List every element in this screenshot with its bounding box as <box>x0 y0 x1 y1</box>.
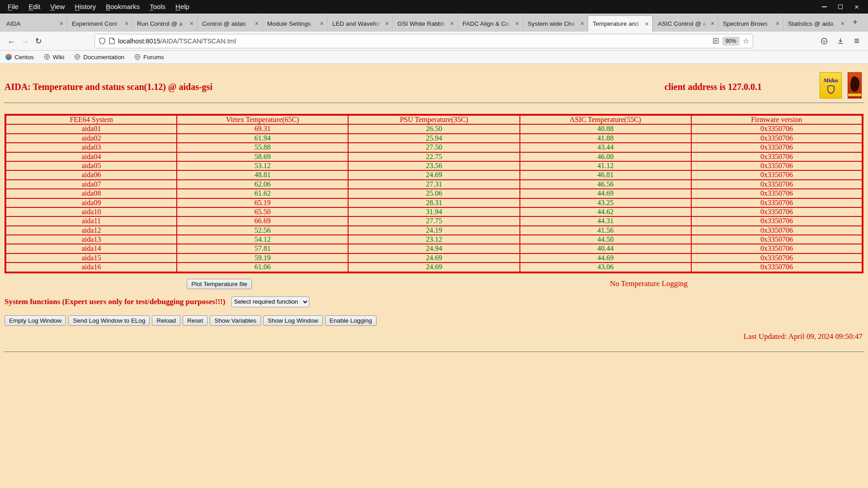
page-info-icon[interactable] <box>109 38 115 44</box>
cell-system: aida13 <box>5 235 177 244</box>
menu-items: FileEditViewHistoryBookmarksToolsHelp <box>3 0 194 14</box>
tab[interactable]: System wide Che× <box>523 15 588 32</box>
tab[interactable]: AIDA× <box>2 15 67 32</box>
reload-button[interactable]: ↻ <box>32 34 45 48</box>
column-header: Virtex Temperature(65C) <box>177 115 348 124</box>
reader-view-icon[interactable] <box>712 38 719 44</box>
tab[interactable]: Module Settings× <box>262 15 327 32</box>
cell-firmware: 0x3350706 <box>691 161 863 170</box>
cell-asic-temp: 41.88 <box>520 134 691 143</box>
bookmark-wiki[interactable]: Wiki <box>44 54 65 61</box>
tab[interactable]: Run Control @ a× <box>132 15 197 32</box>
menu-view[interactable]: View <box>45 0 70 14</box>
table-row: aida0648.8124.6946.810x3350706 <box>5 170 863 179</box>
cell-asic-temp: 44.69 <box>520 189 691 198</box>
page-header: AIDA: Temperature and status scan(1.12) … <box>5 64 863 92</box>
tab-close-icon[interactable]: × <box>841 20 844 27</box>
function-select[interactable]: Select required function <box>231 296 309 307</box>
tab[interactable]: FADC Align & Co× <box>458 15 523 32</box>
forward-button[interactable]: → <box>18 34 32 48</box>
cell-firmware: 0x3350706 <box>691 226 863 235</box>
downloads-icon[interactable] <box>834 34 847 48</box>
button-reload[interactable]: Reload <box>152 315 180 326</box>
cell-virtex-temp: 58.69 <box>177 152 348 161</box>
table-body: aida0169.3126.5040.880x3350706aida0261.9… <box>5 124 863 272</box>
tab-close-icon[interactable]: × <box>190 20 193 27</box>
menu-bookmarks[interactable]: Bookmarks <box>101 0 145 14</box>
menu-file[interactable]: File <box>3 0 24 14</box>
tab-close-icon[interactable]: × <box>776 20 779 27</box>
pocket-icon[interactable] <box>817 34 831 48</box>
menu-help[interactable]: Help <box>170 0 194 14</box>
plot-temperature-button[interactable]: Plot Temperature file <box>187 279 252 289</box>
close-button[interactable]: × <box>851 1 863 13</box>
column-header: PSU Temperature(35C) <box>348 115 519 124</box>
button-empty-log-window[interactable]: Empty Log Window <box>5 315 66 326</box>
button-show-variables[interactable]: Show Variables <box>210 315 261 326</box>
cell-psu-temp: 24.69 <box>348 263 519 272</box>
tab[interactable]: GSI White Rabbit× <box>392 15 458 32</box>
cell-virtex-temp: 48.81 <box>177 170 348 179</box>
tab-close-icon[interactable]: × <box>450 20 454 27</box>
tab-close-icon[interactable]: × <box>711 20 714 27</box>
tab[interactable]: LED and Wavefor× <box>327 15 392 32</box>
cell-firmware: 0x3350706 <box>691 198 863 207</box>
table-row: aida0965.1928.3143.250x3350706 <box>5 198 863 207</box>
tab-close-icon[interactable]: × <box>255 20 259 27</box>
maximize-button[interactable] <box>835 1 846 13</box>
midas-shield-icon <box>827 85 835 94</box>
table-row: aida0458.6922.7546.000x3350706 <box>5 152 863 161</box>
tab[interactable]: Statistics @ aida× <box>783 15 848 32</box>
cell-asic-temp: 46.00 <box>520 152 691 161</box>
tab[interactable]: Control @ aidas× <box>197 15 262 32</box>
tab[interactable]: Temperature and× <box>588 15 653 32</box>
bookmark-forums[interactable]: Forums <box>134 54 164 61</box>
tab[interactable]: Spectrum Brows× <box>718 15 783 32</box>
bookmarks-bar: CentosWikiDocumentationForums <box>0 51 868 64</box>
minimize-button[interactable] <box>818 1 830 13</box>
tab-close-icon[interactable]: × <box>385 20 389 27</box>
cell-asic-temp: 43.44 <box>520 143 691 152</box>
menu-edit[interactable]: Edit <box>24 0 45 14</box>
system-functions-label: System functions (Expert users only for … <box>5 297 225 306</box>
tab-label: ASIC Control @ a <box>658 20 709 27</box>
page-title: AIDA: Temperature and status scan(1.12) … <box>5 82 212 92</box>
bookmark-documentation[interactable]: Documentation <box>74 54 124 61</box>
bookmark-label: Documentation <box>83 54 124 61</box>
tab-close-icon[interactable]: × <box>515 20 519 27</box>
shield-icon[interactable] <box>99 38 106 45</box>
column-header: ASIC Temperature(55C) <box>520 115 691 124</box>
url-path: /AIDA/TSCAN/TSCAN.tml <box>160 38 236 45</box>
button-reset[interactable]: Reset <box>183 315 208 326</box>
new-tab-button[interactable]: + <box>848 17 862 28</box>
logos: Midas <box>820 72 862 99</box>
globe-icon <box>74 54 80 60</box>
tab[interactable]: Experiment Cont× <box>67 15 132 32</box>
button-send-log-window-to-elog[interactable]: Send Log Window to ELog <box>68 315 150 326</box>
bookmark-star-icon[interactable]: ☆ <box>743 37 749 45</box>
tab-close-icon[interactable]: × <box>645 20 649 28</box>
firebird-band <box>848 94 861 96</box>
menu-history[interactable]: History <box>70 0 101 14</box>
url-bar[interactable]: localhost:8015/AIDA/TSCAN/TSCAN.tml 90% … <box>95 34 753 48</box>
column-header: Firmware version <box>691 115 863 124</box>
cell-firmware: 0x3350706 <box>691 134 863 143</box>
zoom-indicator[interactable]: 90% <box>722 37 740 46</box>
url-text[interactable]: localhost:8015/AIDA/TSCAN/TSCAN.tml <box>118 38 709 45</box>
cell-firmware: 0x3350706 <box>691 263 863 272</box>
tab-close-icon[interactable]: × <box>125 20 128 27</box>
back-button[interactable]: ← <box>5 34 18 48</box>
menu-tools[interactable]: Tools <box>145 0 170 14</box>
table-row: aida0261.9425.9441.880x3350706 <box>5 134 863 143</box>
cell-system: aida10 <box>5 207 177 216</box>
tab-label: Control @ aidas <box>202 20 253 27</box>
tab-close-icon[interactable]: × <box>60 20 63 27</box>
cell-virtex-temp: 61.62 <box>177 189 348 198</box>
tab-close-icon[interactable]: × <box>580 20 584 27</box>
tab[interactable]: ASIC Control @ a× <box>653 15 718 32</box>
bookmark-centos[interactable]: Centos <box>5 54 34 61</box>
button-show-log-window[interactable]: Show Log Window <box>263 315 323 326</box>
button-enable-logging[interactable]: Enable Logging <box>325 315 377 326</box>
menu-hamburger-icon[interactable]: ≡ <box>850 34 863 48</box>
tab-close-icon[interactable]: × <box>320 20 324 27</box>
